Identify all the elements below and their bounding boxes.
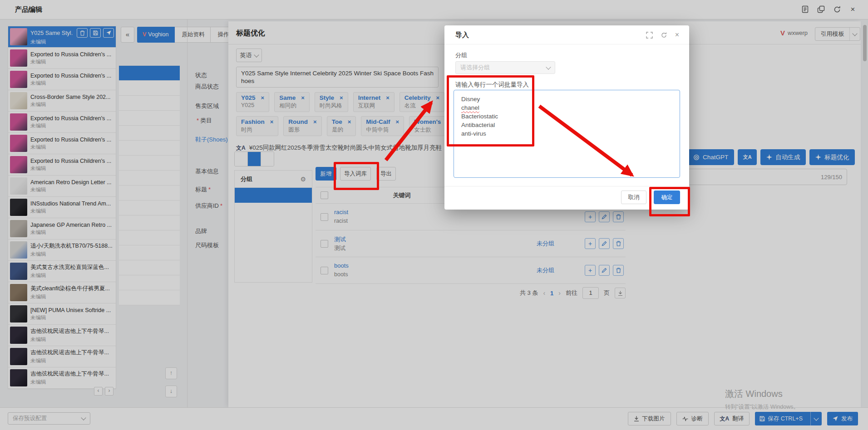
word-line: Antibacterial bbox=[461, 121, 672, 129]
word-line: chanel bbox=[461, 103, 672, 112]
close-icon[interactable]: × bbox=[675, 31, 679, 39]
dialog-footer-divider bbox=[444, 186, 689, 186]
import-dialog: 导入 × 分组 请选择分组 请输入每行一个词批量导入 DisneychanelB… bbox=[444, 25, 689, 210]
screen: 产品编辑 × Y025 Same Styl. bbox=[0, 0, 868, 430]
refresh-icon[interactable] bbox=[661, 31, 667, 39]
batch-import-label: 请输入每行一个词批量导入 bbox=[455, 81, 529, 89]
windows-watermark: 激活 Windows 转到"设置"以激活 Windows。 bbox=[725, 388, 799, 411]
group-select[interactable]: 请选择分组 bbox=[455, 61, 555, 74]
modal-backdrop bbox=[0, 0, 868, 430]
word-line: Bacteriostatic bbox=[461, 112, 672, 121]
chevron-down-icon bbox=[546, 64, 551, 69]
dialog-title: 导入 bbox=[455, 25, 469, 44]
group-field-label: 分组 bbox=[455, 51, 467, 59]
confirm-button[interactable]: 确定 bbox=[654, 191, 680, 204]
fullscreen-icon[interactable] bbox=[646, 31, 653, 39]
word-line: Disney bbox=[461, 95, 672, 103]
cancel-button[interactable]: 取消 bbox=[621, 191, 646, 204]
word-line: anti-virus bbox=[461, 129, 672, 138]
words-textarea[interactable]: DisneychanelBacteriostaticAntibacteriala… bbox=[454, 90, 680, 178]
